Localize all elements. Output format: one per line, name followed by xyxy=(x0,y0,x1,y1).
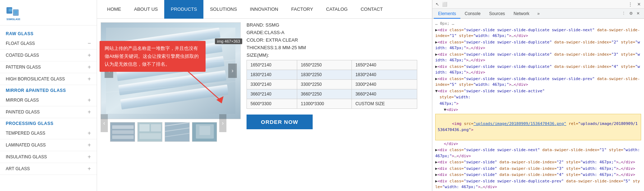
svg-rect-16 xyxy=(112,130,134,134)
gallery-next-button[interactable]: › xyxy=(228,64,237,78)
table-cell: 1650*2250 xyxy=(297,60,352,70)
sidebar-item-art[interactable]: ART GLASS + xyxy=(0,163,97,175)
nav-about[interactable]: ABOUT US xyxy=(128,0,164,19)
svg-rect-19 xyxy=(139,124,150,131)
devtools-tab-elements[interactable]: Elements xyxy=(434,9,460,19)
sidebar-item-pattern[interactable]: PATTERN GLASS + xyxy=(0,61,97,73)
table-cell: 3300*2250 xyxy=(297,80,352,89)
sidebar-expand-icon: + xyxy=(88,97,91,103)
main-content: HOME ABOUT US PRODUCTS SOLUTIONS INNOVAT… xyxy=(97,0,432,191)
code-line: ▶<div class="swiper-slide swiper-slide-n… xyxy=(435,147,641,159)
table-row: 3300*2140 3300*2250 3300*2440 xyxy=(247,80,417,89)
logo-area: SSMGLASS xyxy=(0,4,97,25)
svg-rect-17 xyxy=(112,135,134,139)
nav-innovation[interactable]: INNOVATION xyxy=(243,0,285,19)
table-cell: 5600*3300 xyxy=(247,99,297,109)
callout-text: 网站上传的产品名称是一堆数字，并且也没有做Alt标签关键词。这会让搜索引擎爬虫抓… xyxy=(105,46,199,67)
sidebar-item-label: LAMINATED GLASS xyxy=(6,143,46,148)
code-line: ▼<div> xyxy=(435,107,641,113)
sidebar-item-label: INSULATING GLASS xyxy=(6,154,47,159)
sidebar-item-painted[interactable]: PAINTED GLASS + xyxy=(0,106,97,118)
code-line: ▶<div class="swiper-slide swiper-slide-d… xyxy=(435,64,641,76)
devtools-settings-icon[interactable]: ⚙ xyxy=(628,11,634,16)
nav-solutions[interactable]: SOLUTIONS xyxy=(203,0,243,19)
order-now-button[interactable]: ORDER NOW xyxy=(247,115,313,129)
svg-rect-1 xyxy=(9,9,12,11)
code-line: ▶<div class="swiper-slide swiper-slide-d… xyxy=(435,52,641,64)
code-line: ▶<div class="swiper-slide swiper-slide-d… xyxy=(435,178,641,190)
sidebar-item-label: HIGH BOROSILICATE GLASS xyxy=(6,76,65,81)
sidebar: SSMGLASS RAW GLASS FLOAT GLASS − COATED … xyxy=(0,0,97,191)
thumb-next-button[interactable]: › xyxy=(219,114,226,132)
product-brand: BRAND: SSMG xyxy=(247,22,426,28)
sidebar-item-coated[interactable]: COATED GLASS + xyxy=(0,50,97,61)
table-cell: 3660*2250 xyxy=(297,89,352,99)
devtools-x-icon[interactable]: ✕ xyxy=(635,11,641,16)
sidebar-section-raw: RAW GLASS xyxy=(0,28,97,38)
logo-icon: SSMGLASS xyxy=(6,6,20,21)
svg-rect-28 xyxy=(199,126,210,135)
devtools-dock-icon[interactable]: ⋮ xyxy=(620,11,627,16)
thumbnail-1[interactable] xyxy=(110,122,135,142)
sidebar-item-tempered[interactable]: TEMPERED GLASS + xyxy=(0,127,97,139)
code-line: ▼<div class="swiper-slide swiper-slide-a… xyxy=(435,88,641,94)
devtools-code-view[interactable]: … 0px; … ▶<div class="swiper-slide swipe… xyxy=(432,19,644,191)
nav-contact[interactable]: CONTACT xyxy=(354,0,389,19)
devtools-close-icon[interactable]: ✕ xyxy=(636,1,642,7)
thumb-svg-2 xyxy=(138,122,162,142)
sidebar-item-mirror[interactable]: MIRROR GLASS + xyxy=(0,94,97,106)
sidebar-item-laminated[interactable]: LAMINATED GLASS + xyxy=(0,139,97,151)
size-table-body: 1650*2140 1650*2250 1650*2440 1830*2140 … xyxy=(247,60,417,109)
thumb-prev-button[interactable]: ‹ xyxy=(101,114,108,132)
table-cell: 3300*2140 xyxy=(247,80,297,89)
thumbnail-2[interactable] xyxy=(137,122,162,142)
devtools-tab-more[interactable]: » xyxy=(535,11,542,16)
sidebar-item-insulating[interactable]: INSULATING GLASS + xyxy=(0,151,97,163)
svg-rect-20 xyxy=(151,124,161,131)
sidebar-item-borosilicate[interactable]: HIGH BOROSILICATE GLASS + xyxy=(0,73,97,85)
sidebar-expand-icon: + xyxy=(88,154,91,160)
devtools-more-icon[interactable]: ⋮ xyxy=(627,1,633,7)
table-cell: CUSTOM SIZE xyxy=(351,99,417,109)
table-row: 1830*2140 1830*2250 1830*2440 xyxy=(247,70,417,80)
table-cell: 1830*2440 xyxy=(351,70,417,80)
nav-home[interactable]: HOME xyxy=(101,0,128,19)
table-cell: 11000*3300 xyxy=(297,99,352,109)
thumb-svg-4 xyxy=(192,122,217,142)
sidebar-item-label: ART GLASS xyxy=(6,166,30,171)
thumbnail-3[interactable] xyxy=(165,122,190,142)
nav-products[interactable]: PRODUCTS xyxy=(164,0,203,19)
thumb-svg-1 xyxy=(110,122,135,142)
nav-catalog[interactable]: CATALOG xyxy=(319,0,354,19)
size-table: 1650*2140 1650*2250 1650*2440 1830*2140 … xyxy=(247,60,417,109)
product-color: COLOR: EXTRA CLEAR xyxy=(247,37,426,43)
sidebar-item-label: PAINTED GLASS xyxy=(6,110,40,115)
sidebar-item-float[interactable]: FLOAT GLASS − xyxy=(0,38,97,50)
devtools-pointer-icon[interactable]: ↖ xyxy=(434,1,440,7)
sidebar-expand-icon: + xyxy=(88,130,91,136)
code-line: ▶<div class="swiper-slide swiper-slide-d… xyxy=(435,76,641,88)
product-grade: GRADE:CLASS-A xyxy=(247,30,426,35)
table-cell: 1830*2140 xyxy=(247,70,297,80)
sidebar-section-processing: PROCESSING GLASS xyxy=(0,118,97,127)
svg-rect-15 xyxy=(112,125,134,129)
nav-factory[interactable]: FACTORY xyxy=(285,0,319,19)
devtools-tab-network[interactable]: Network xyxy=(509,9,534,19)
table-cell: 3660*2440 xyxy=(351,89,417,99)
code-line: 467px;"> xyxy=(435,101,641,107)
devtools-tab-console[interactable]: Console xyxy=(460,9,485,19)
devtools-tab-sources[interactable]: Sources xyxy=(485,9,509,19)
code-line: ▶<div class="swiper-slide swiper-slide-d… xyxy=(435,27,641,39)
table-cell: 1650*2140 xyxy=(247,60,297,70)
callout-arrow-svg xyxy=(170,71,224,103)
svg-line-29 xyxy=(188,71,220,100)
sidebar-expand-icon: + xyxy=(88,76,91,82)
devtools-mobile-icon[interactable]: ⬜ xyxy=(442,1,447,7)
thumbnail-4[interactable] xyxy=(192,122,217,142)
code-line: ▶<div class="swiper-slide" data-swiper-s… xyxy=(435,166,641,172)
table-row: 1650*2140 1650*2250 1650*2440 xyxy=(247,60,417,70)
sidebar-item-label: FLOAT GLASS xyxy=(6,41,35,46)
sidebar-item-label: PATTERN GLASS xyxy=(6,65,41,70)
sidebar-expand-icon: + xyxy=(88,52,91,59)
devtools-action-icons: ⋮ ✕ xyxy=(627,1,643,7)
